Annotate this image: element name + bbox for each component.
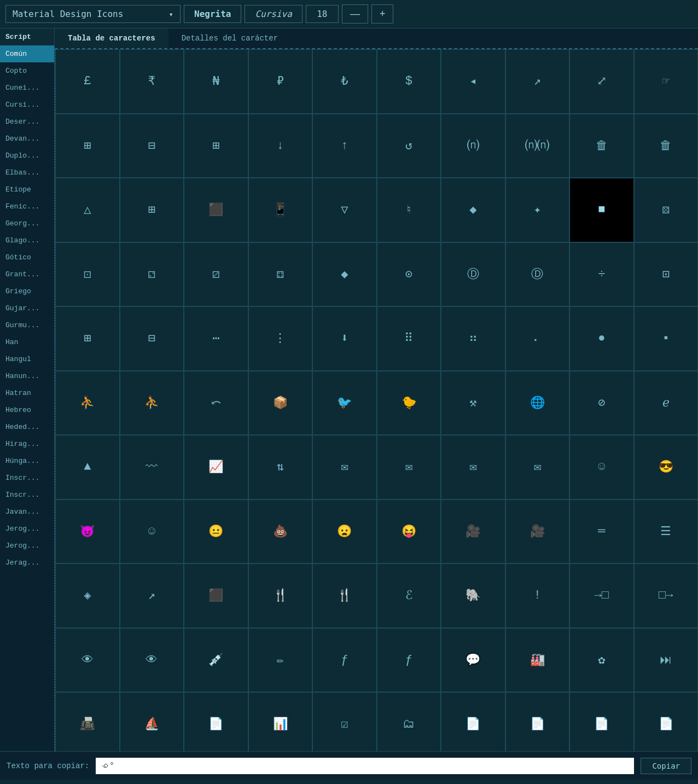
icon-cell-63[interactable]: ⇅ <box>248 435 313 500</box>
sidebar-item-gujar[interactable]: Gujar... <box>0 300 54 317</box>
icon-cell-9[interactable]: ☞ <box>634 49 699 114</box>
sidebar-item-deser[interactable]: Deser... <box>0 113 54 130</box>
italic-button[interactable]: Cursiva <box>245 5 302 23</box>
icon-cell-1[interactable]: ₹ <box>120 49 184 114</box>
icon-cell-97[interactable]: 🏭 <box>505 628 570 693</box>
icon-cell-51[interactable]: ⛹ <box>120 371 184 435</box>
icon-cell-109[interactable]: 📄 <box>634 692 699 751</box>
icon-cell-45[interactable]: ⠿ <box>377 306 441 371</box>
sidebar-item-jerog[interactable]: Jerog... <box>0 520 54 537</box>
icon-cell-34[interactable]: ◆ <box>312 242 377 307</box>
icon-cell-104[interactable]: ☑ <box>312 692 377 751</box>
icon-cell-56[interactable]: ⚒ <box>441 371 505 435</box>
sidebar-item-hatran[interactable]: Hatran <box>0 385 54 402</box>
icon-cell-33[interactable]: ⚃ <box>248 242 313 307</box>
icon-cell-81[interactable]: ↗ <box>120 564 184 628</box>
icon-cell-31[interactable]: ⚁ <box>120 242 184 307</box>
sidebar-item-fenic[interactable]: Fenic... <box>0 198 54 215</box>
sidebar-item-hebreo[interactable]: Hebreo <box>0 402 54 419</box>
icon-cell-74[interactable]: 😦 <box>312 500 377 564</box>
icon-cell-43[interactable]: ⋮ <box>248 306 313 371</box>
sidebar-item-hanun[interactable]: Hanun... <box>0 368 54 385</box>
icon-cell-76[interactable]: 🎥 <box>441 500 505 564</box>
sidebar-item-elbas[interactable]: Elbas... <box>0 164 54 181</box>
sidebar-item-hirag[interactable]: Hirag... <box>0 435 54 452</box>
sidebar-item-copto[interactable]: Copto <box>0 62 54 79</box>
icon-cell-70[interactable]: 😈 <box>55 500 120 564</box>
icon-cell-15[interactable]: ↺ <box>377 114 441 178</box>
sidebar-item-javan[interactable]: Javan... <box>0 503 54 520</box>
sidebar-item-glago[interactable]: Glago... <box>0 232 54 249</box>
icon-cell-61[interactable]: 〰 <box>120 435 184 500</box>
icon-cell-92[interactable]: 💉 <box>184 628 248 693</box>
icon-cell-18[interactable]: 🗑 <box>569 114 634 178</box>
icon-cell-22[interactable]: ⬛ <box>184 178 248 242</box>
icon-cell-100[interactable]: 📠 <box>55 692 120 751</box>
icon-cell-46[interactable]: ⠶ <box>441 306 505 371</box>
icon-cell-57[interactable]: 🌐 <box>505 371 570 435</box>
sidebar-item-hangul[interactable]: Hangul <box>0 351 54 368</box>
icon-cell-54[interactable]: 🐦 <box>312 371 377 435</box>
icon-cell-101[interactable]: ⛵ <box>120 692 184 751</box>
icon-cell-103[interactable]: 📊 <box>248 692 313 751</box>
icon-cell-52[interactable]: ⤺ <box>184 371 248 435</box>
icon-cell-28[interactable]: ■ <box>569 178 634 242</box>
sidebar-item-etope[interactable]: Etíope <box>0 181 54 198</box>
size-decrease-button[interactable]: — <box>342 4 368 24</box>
icon-cell-0[interactable]: £ <box>55 49 120 114</box>
sidebar-item-griego[interactable]: Griego <box>0 283 54 300</box>
icon-cell-38[interactable]: ÷ <box>569 242 634 307</box>
icon-cell-85[interactable]: ℰ <box>377 564 441 628</box>
icon-cell-20[interactable]: △ <box>55 178 120 242</box>
icon-cell-80[interactable]: ◈ <box>55 564 120 628</box>
sidebar-item-inscr[interactable]: Inscr... <box>0 486 54 503</box>
icon-cell-35[interactable]: ⊙ <box>377 242 441 307</box>
font-size-input[interactable] <box>306 5 339 23</box>
sidebar-item-jerag[interactable]: Jerag... <box>0 554 54 571</box>
icon-cell-89[interactable]: □→ <box>634 564 699 628</box>
icon-cell-7[interactable]: ↗ <box>505 49 570 114</box>
icon-cell-5[interactable]: $ <box>377 49 441 114</box>
icon-cell-2[interactable]: ₦ <box>184 49 248 114</box>
icon-cell-6[interactable]: ◂ <box>441 49 505 114</box>
icon-cell-68[interactable]: ☺ <box>569 435 634 500</box>
icon-cell-99[interactable]: ⏭ <box>634 628 699 693</box>
icon-cell-53[interactable]: 📦 <box>248 371 313 435</box>
icon-cell-47[interactable]: ⠄ <box>505 306 570 371</box>
sidebar-item-duplo[interactable]: Duplo... <box>0 147 54 164</box>
sidebar-item-grant[interactable]: Grant... <box>0 266 54 283</box>
sidebar-item-heded[interactable]: Heded... <box>0 419 54 435</box>
icon-cell-98[interactable]: ✿ <box>569 628 634 693</box>
copy-button[interactable]: Copiar <box>641 758 691 774</box>
tab-char-detail[interactable]: Detalles del carácter <box>168 28 291 48</box>
copy-input[interactable] <box>96 758 634 774</box>
icon-cell-27[interactable]: ✦ <box>505 178 570 242</box>
sidebar-item-gtico[interactable]: Gótico <box>0 249 54 266</box>
icon-cell-106[interactable]: 📄 <box>441 692 505 751</box>
icon-cell-105[interactable]: 🗂 <box>377 692 441 751</box>
icon-cell-71[interactable]: ☺ <box>120 500 184 564</box>
icon-cell-90[interactable]: 👁 <box>55 628 120 693</box>
icon-cell-95[interactable]: ƒ <box>377 628 441 693</box>
icon-cell-83[interactable]: 🍴 <box>248 564 313 628</box>
icon-cell-94[interactable]: ƒ <box>312 628 377 693</box>
icon-cell-13[interactable]: ↓ <box>248 114 313 178</box>
icon-cell-41[interactable]: ⊟ <box>120 306 184 371</box>
icon-cell-8[interactable]: ⤢ <box>569 49 634 114</box>
sidebar-item-cursi[interactable]: Cursi... <box>0 96 54 113</box>
sidebar-item-cunei[interactable]: Cunei... <box>0 79 54 96</box>
icon-cell-50[interactable]: ⛹ <box>55 371 120 435</box>
icon-cell-19[interactable]: 🗑 <box>634 114 699 178</box>
icon-cell-48[interactable]: ● <box>569 306 634 371</box>
icon-cell-87[interactable]: ! <box>505 564 570 628</box>
icon-cell-60[interactable]: ▲ <box>55 435 120 500</box>
sidebar-item-gurmu[interactable]: Gurmu... <box>0 317 54 334</box>
icon-cell-72[interactable]: 😐 <box>184 500 248 564</box>
icon-cell-77[interactable]: 🎥 <box>505 500 570 564</box>
icon-cell-75[interactable]: 😝 <box>377 500 441 564</box>
icon-cell-24[interactable]: ▽ <box>312 178 377 242</box>
icon-cell-55[interactable]: 🐤 <box>377 371 441 435</box>
icon-cell-40[interactable]: ⊞ <box>55 306 120 371</box>
icon-cell-91[interactable]: 👁 <box>120 628 184 693</box>
icon-cell-107[interactable]: 📄 <box>505 692 570 751</box>
